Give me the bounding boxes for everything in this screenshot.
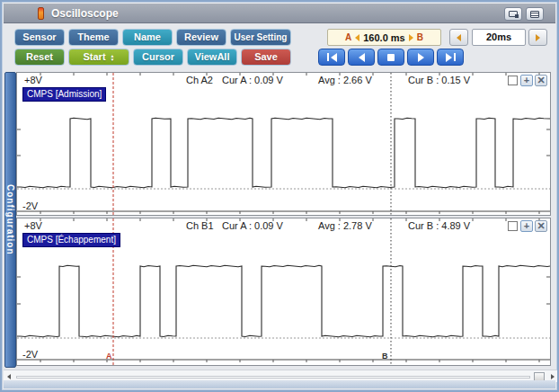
play-back-icon: [359, 53, 365, 62]
ab-range-box[interactable]: A 160.0 ms B: [327, 29, 441, 46]
configuration-tab-label: Configuration: [5, 184, 15, 255]
close-panel-button[interactable]: ✕: [535, 220, 547, 232]
cursor-b-readout: Cur B : 4.89 V: [408, 220, 470, 231]
reset-button[interactable]: Reset: [14, 49, 65, 66]
avg-readout: Avg : 2.78 V: [318, 220, 372, 231]
cursor-b-letter: B: [417, 32, 423, 42]
scope-panel-cha2: +8V Ch A2 Cur A : 0.09 V Avg : 2.66 V Cu…: [16, 72, 551, 216]
channel-chip: CMPS [Admission]: [22, 87, 106, 102]
vmin-label: -2V: [22, 349, 38, 360]
step-left-icon: [457, 34, 461, 41]
cursor-b-bottom-label[interactable]: B: [382, 352, 388, 361]
visibility-checkbox[interactable]: [508, 221, 518, 231]
skip-forward-icon: [446, 53, 452, 62]
zoom-plus-button[interactable]: +: [520, 220, 533, 232]
up-down-spinner-icon: ▲▼: [111, 54, 115, 61]
ab-range-value: 160.0 ms: [363, 32, 404, 43]
step-right-icon: [536, 34, 540, 41]
review-button[interactable]: Review: [176, 29, 226, 46]
skip-back-icon-arrow: [331, 53, 337, 62]
cursor-button[interactable]: Cursor: [133, 49, 183, 66]
scrollbar-trough[interactable]: [16, 376, 530, 379]
vmin-label: -2V: [22, 200, 38, 211]
vmax-label: +8V: [24, 75, 42, 85]
vmax-label: +8V: [24, 220, 42, 231]
start-label: Start: [83, 49, 105, 65]
window-title: Oscilloscope: [51, 7, 119, 20]
name-button[interactable]: Name: [122, 29, 173, 46]
list-window-button[interactable]: [526, 7, 544, 21]
play-forward-button[interactable]: [407, 49, 434, 66]
scope-panel-chb1: +8V Ch B1 Cur A : 0.09 V Avg : 2.78 V Cu…: [16, 218, 551, 366]
display-window-button[interactable]: [504, 7, 522, 21]
oscilloscope-window: Oscilloscope Sensor Theme Name Review Us…: [0, 0, 559, 392]
user-setting-button[interactable]: User Setting: [230, 29, 291, 46]
cursor-b-readout: Cur B : 0.15 V: [408, 75, 470, 85]
stop-icon: [387, 54, 395, 61]
play-back-button[interactable]: [348, 49, 375, 66]
visibility-checkbox[interactable]: [508, 76, 518, 85]
cursor-a-letter: A: [345, 32, 351, 42]
sensor-button[interactable]: Sensor: [14, 29, 65, 46]
app-icon: [38, 7, 44, 20]
display-window-icon: [509, 11, 518, 17]
channel-label: Ch A2: [186, 75, 213, 85]
skip-forward-button[interactable]: [437, 49, 464, 66]
list-window-icon: [530, 11, 539, 18]
save-button[interactable]: Save: [241, 49, 291, 66]
zoom-plus-button[interactable]: +: [520, 75, 533, 86]
window-frame-bottom: [4, 380, 555, 388]
stop-button[interactable]: [377, 49, 404, 66]
timebase-decrease-button[interactable]: [449, 29, 468, 46]
close-panel-button[interactable]: ✕: [535, 75, 547, 86]
arrow-right-icon: [409, 34, 413, 41]
titlebar[interactable]: Oscilloscope: [4, 4, 555, 23]
skip-forward-icon-bar: [454, 53, 456, 61]
avg-readout: Avg : 2.66 V: [318, 75, 372, 85]
cursor-a-readout: Cur A : 0.09 V: [222, 75, 283, 85]
channel-chip: CMPS [Échappement]: [22, 233, 120, 247]
cursor-a-readout: Cur A : 0.09 V: [222, 220, 283, 231]
viewall-button[interactable]: ViewAll: [187, 49, 237, 66]
skip-back-button[interactable]: [318, 49, 345, 66]
timebase-increase-button[interactable]: [528, 29, 547, 46]
start-button[interactable]: Start ▲▼: [68, 49, 129, 66]
arrow-left-icon: [355, 34, 359, 41]
scroll-left-icon[interactable]: [7, 374, 11, 379]
cursor-a-bottom-label[interactable]: A: [106, 352, 112, 361]
theme-button[interactable]: Theme: [68, 29, 119, 46]
play-forward-icon: [418, 53, 424, 62]
channel-label: Ch B1: [186, 220, 214, 231]
scroll-right-icon[interactable]: [551, 374, 555, 379]
timebase-value[interactable]: 20ms: [472, 29, 526, 46]
configuration-tab[interactable]: Configuration: [4, 72, 16, 368]
skip-back-icon: [327, 53, 329, 61]
